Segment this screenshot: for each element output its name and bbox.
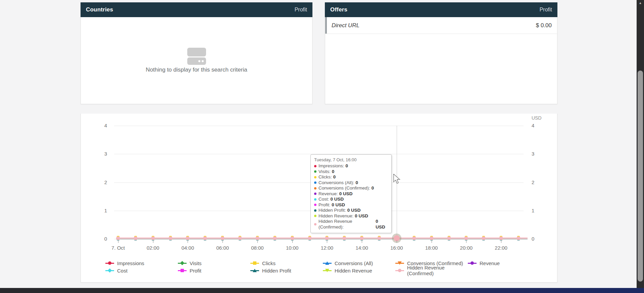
legend-label: Profit [190,268,201,274]
data-point-marker[interactable] [116,237,120,240]
legend-marker [325,261,329,265]
legend-item[interactable]: Hidden Revenue (Confirmed) [395,265,468,276]
data-point-marker[interactable] [499,237,503,240]
tooltip-bullet-icon [314,204,316,206]
legend-label: Hidden Profit [262,268,291,274]
x-axis-label: 10:00 [278,245,306,251]
legend-item[interactable]: Hidden Revenue [323,268,395,274]
countries-title: Countries [86,6,113,13]
legend-item[interactable]: Revenue [468,260,540,266]
y-axis-label-left: 2 [94,179,107,185]
tooltip-label: Hidden Revenue: [318,213,353,219]
data-point-marker[interactable] [256,237,259,240]
circle-marker-icon [468,261,477,265]
data-point-marker[interactable] [378,237,381,240]
legend-marker [108,261,111,265]
data-point-marker[interactable] [430,237,433,240]
legend-marker [181,269,184,272]
data-point-marker[interactable] [134,237,137,240]
legend-label: Hidden Revenue (Confirmed) [407,265,468,276]
square-marker-icon [178,268,187,273]
data-point-marker[interactable] [308,237,311,240]
legend-label: Clicks [262,260,276,266]
tooltip-label: Impressions: [318,163,344,169]
data-point-marker[interactable] [517,237,520,240]
legend-marker [253,269,257,272]
legend-item[interactable]: Conversions (All) [323,260,395,266]
legend-label: Visits [190,260,202,266]
diamond-marker-icon [105,268,114,273]
dashboard-page: Countries Profit Nothing to display for … [0,0,644,293]
data-point-marker[interactable] [447,237,451,240]
tooltip-label: Hidden Profit: [318,208,346,213]
data-point-marker[interactable] [273,237,277,240]
tooltip-bullet-icon [314,209,316,212]
tooltip-row: Conversions (Confirmed):0 [314,185,388,191]
x-axis-tick [327,240,327,243]
tri-up-marker-icon [250,268,259,273]
tooltip-row: Cost:0 USD [314,197,388,202]
data-point-marker[interactable] [464,237,468,240]
legend-item[interactable]: Impressions [105,260,178,266]
offer-name[interactable]: Direct URL [332,22,359,29]
vertical-scrollbar[interactable]: ▲ ▼ [637,0,644,293]
legend-marker [325,269,329,272]
offers-metric-selector[interactable]: Profit [540,7,552,13]
data-point-marker[interactable] [186,237,189,240]
x-axis-label: 02:00 [139,245,167,251]
data-point-marker[interactable] [169,237,172,240]
tooltip-label: Revenue: [318,191,338,197]
empty-state-text: Nothing to display for this search crite… [146,67,247,73]
legend-label: Conversions (All) [335,260,373,266]
legend-item[interactable]: Profit [178,268,250,274]
tooltip-label: Cost: [318,197,329,202]
x-axis-tick [222,240,223,243]
scrollbar-up-arrow[interactable]: ▲ [637,1,644,5]
countries-metric-selector[interactable]: Profit [295,7,307,13]
tooltip-bullet-icon [314,165,316,167]
x-axis-label: 18:00 [417,245,446,251]
data-point-marker[interactable] [238,237,242,240]
legend-label: Revenue [480,260,500,266]
x-axis-tick [118,240,118,243]
x-axis-label: 12:00 [313,245,341,251]
legend-label: Impressions [117,260,144,266]
legend-marker [180,261,185,265]
data-point-marker[interactable] [221,237,224,240]
data-point-marker[interactable] [203,237,207,240]
data-point-marker[interactable] [412,237,416,240]
diamond-marker-icon [178,261,187,265]
legend-item[interactable]: Clicks [250,260,323,266]
x-axis-label: 22:00 [487,245,515,251]
x-axis-tick [501,240,501,243]
scrollbar-thumb[interactable] [638,71,643,282]
legend-item[interactable]: Cost [105,268,178,274]
y-axis-label-right: 0 [532,236,544,242]
legend-marker [470,261,474,265]
tri-up-marker-icon [323,261,332,265]
tooltip-label: Conversions (All): [318,180,354,186]
data-point-marker[interactable] [325,237,329,240]
y-axis-label-left: 4 [94,123,107,129]
tooltip-row: Hidden Revenue (Confirmed):0 USD [314,219,388,230]
countries-panel: Countries Profit Nothing to display for … [81,3,312,104]
legend-item[interactable]: Hidden Profit [250,268,323,274]
data-point-marker[interactable] [482,237,485,240]
legend-item[interactable]: Visits [178,260,250,266]
x-axis-label: 7. Oct [104,245,132,251]
legend-marker [398,261,402,265]
data-point-marker[interactable] [343,237,346,240]
tooltip-row: Revenue:0 USD [314,191,388,197]
chart-panel: USD Tuesday, 7 Oct, 16:00 Impressions:0V… [81,114,557,283]
x-axis-tick [362,240,362,243]
data-point-marker[interactable] [151,237,155,240]
offer-row-direct-url[interactable]: Direct URL $ 0.00 [325,17,557,34]
chart-tooltip: Tuesday, 7 Oct, 16:00 Impressions:0Visit… [310,154,392,233]
tooltip-value: 0 [356,180,358,186]
chart-legend: ImpressionsVisitsClicksConversions (All)… [105,259,540,274]
data-point-marker[interactable] [360,237,363,240]
data-point-marker[interactable] [291,237,294,240]
y-axis-label-left: 0 [94,236,107,242]
tooltip-bullet-icon [314,198,316,201]
tooltip-value: 0 [371,185,374,191]
